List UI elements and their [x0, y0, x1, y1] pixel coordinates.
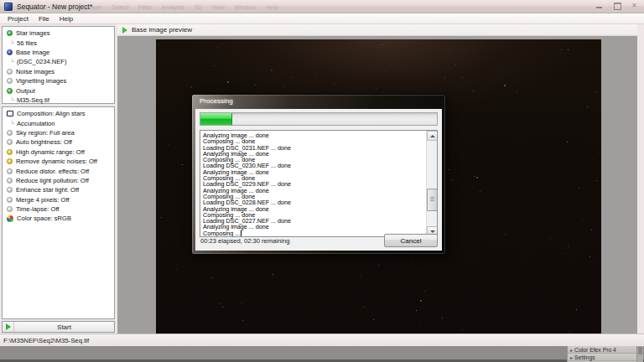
screen: ▸ Color Efex Pro 4 ▸ Settings Sequator -…	[0, 0, 644, 362]
status-orb-icon	[7, 130, 13, 136]
setting-reduce-light-pollution[interactable]: Reduce light pollution: Off	[3, 176, 114, 185]
preview-header-label: Base image preview	[132, 26, 192, 34]
colorspace-icon	[7, 215, 13, 222]
star-dot	[364, 307, 365, 308]
panel-row-settings[interactable]: ▸ Settings	[568, 354, 636, 361]
setting-composition[interactable]: Composition: Align stars	[3, 109, 114, 118]
status-orb-icon	[7, 149, 13, 155]
menu-help[interactable]: Help	[55, 14, 78, 23]
star-dot	[242, 320, 243, 321]
progress-bar	[200, 112, 438, 126]
background-menu-ghost: LayerSelectFilterAnalysis3DViewWindowHel…	[86, 3, 278, 11]
menu-project[interactable]: Project	[3, 14, 34, 23]
star-dot	[476, 177, 478, 178]
star-dot	[576, 309, 577, 310]
tree-item-output[interactable]: Output	[3, 85, 114, 95]
setting-sky-region[interactable]: Sky region: Full area	[3, 128, 114, 137]
setting-label: Remove dynamic noises: Off	[16, 158, 97, 165]
tree-item-base-image[interactable]: Base image	[3, 48, 114, 57]
tree-item-star-images[interactable]: Star images	[3, 28, 114, 38]
star-dot	[480, 191, 480, 192]
star-dot	[568, 246, 569, 246]
setting-label: Sky region: Full area	[16, 129, 75, 137]
star-dot	[589, 256, 590, 257]
processing-dialog: Processing Analyzing image ... doneCompo…	[191, 94, 446, 255]
status-orb-icon	[7, 168, 13, 174]
output-path: F:\M35NEF\Seq2\M35-Seq.tif	[3, 337, 89, 344]
elapsed-remaining-text: 00:23 elapsed, 02:30 remaining	[200, 237, 289, 245]
expand-arrow-icon: ▸	[570, 347, 573, 353]
setting-auto-brightness[interactable]: Auto brightness: Off	[3, 137, 114, 147]
panel-row-color-efex[interactable]: ▸ Color Efex Pro 4	[568, 346, 636, 354]
background-app-strip	[0, 346, 644, 362]
tree-item-base-filename[interactable]: └ (DSC_0234.NEF)	[3, 57, 114, 66]
tree-item-noise-images[interactable]: Noise images	[3, 67, 114, 76]
status-orb-icon	[7, 30, 13, 36]
tree-item-output-filename[interactable]: └ M35-Seq.tif	[3, 96, 114, 105]
log-lines: Analyzing image ... doneComposing ... do…	[200, 131, 426, 236]
status-orb-icon	[7, 158, 13, 164]
ghost-menu-item: Help	[266, 3, 278, 11]
star-dot	[570, 203, 571, 204]
log-box[interactable]: Analyzing image ... doneComposing ... do…	[200, 130, 438, 237]
menubar: Project File Help	[0, 13, 644, 24]
cancel-button[interactable]: Cancel	[384, 234, 438, 247]
minimize-icon[interactable]	[595, 2, 604, 9]
setting-merge-4-pixels[interactable]: Merge 4 pixels: Off	[3, 195, 114, 204]
tree-item-vignetting-images[interactable]: Vignetting images	[3, 76, 114, 85]
tree-connector-icon: └	[10, 40, 14, 46]
panel-row-label: Color Efex Pro 4	[574, 347, 616, 353]
status-orb-icon	[7, 49, 13, 55]
setting-remove-dynamic-noises[interactable]: Remove dynamic noises: Off	[3, 157, 114, 166]
star-dot	[444, 77, 445, 78]
setting-time-lapse[interactable]: Time-lapse: Off	[3, 204, 114, 214]
ghost-menu-item: Filter	[138, 3, 153, 11]
window-controls	[595, 2, 639, 9]
close-icon[interactable]	[631, 2, 639, 9]
status-orb-icon	[7, 178, 13, 184]
text-caret	[241, 230, 242, 236]
log-scrollbar[interactable]	[426, 131, 437, 236]
background-scrollbar[interactable]	[636, 346, 643, 362]
titlebar[interactable]: Sequator - New project* LayerSelectFilte…	[0, 0, 644, 13]
setting-enhance-star-light[interactable]: Enhance star light: Off	[3, 185, 114, 194]
composition-icon	[7, 111, 13, 116]
star-dot	[271, 70, 273, 71]
star-dot	[504, 316, 505, 317]
star-dot	[360, 277, 361, 277]
maximize-icon[interactable]	[613, 2, 621, 9]
setting-label: Reduce distor. effects: Off	[16, 168, 89, 175]
preview-header: Base image preview	[117, 24, 637, 36]
scrollbar-thumb[interactable]	[427, 189, 438, 211]
star-dot	[222, 307, 223, 308]
star-dot	[504, 85, 506, 86]
star-dot	[419, 323, 420, 323]
ghost-menu-item: Analysis	[161, 3, 184, 11]
window-title: Sequator - New project*	[17, 3, 92, 11]
status-orb-icon	[7, 206, 13, 212]
star-dot	[335, 84, 335, 85]
menu-file[interactable]: File	[34, 14, 55, 23]
star-dot	[568, 49, 569, 50]
setting-color-space[interactable]: Color space: sRGB	[3, 214, 114, 223]
star-dot	[462, 329, 463, 330]
project-tree-panel: Star images └ 56 files Base image └ (DSC…	[2, 26, 115, 104]
scroll-up-icon[interactable]	[427, 131, 438, 141]
dialog-client: Analyzing image ... doneComposing ... do…	[195, 109, 442, 251]
tree-label: Vignetting images	[16, 77, 66, 85]
statusbar: F:\M35NEF\Seq2\M35-Seq.tif	[0, 334, 644, 346]
star-dot	[424, 291, 425, 292]
tree-label: Star images	[16, 29, 50, 37]
star-dot	[595, 91, 596, 92]
tree-item-file-count[interactable]: └ 56 files	[3, 38, 114, 47]
setting-hdr[interactable]: High dynamic range: Off	[3, 147, 114, 157]
start-label: Start	[14, 323, 114, 331]
start-button[interactable]: Start	[2, 321, 115, 333]
status-orb-icon	[7, 197, 13, 203]
star-dot	[182, 164, 183, 165]
setting-reduce-distortion[interactable]: Reduce distor. effects: Off	[3, 166, 114, 175]
star-dot	[512, 64, 513, 65]
setting-accumulation[interactable]: └ Accumulation	[3, 118, 114, 127]
star-dot	[176, 269, 177, 270]
star-dot	[449, 169, 449, 170]
